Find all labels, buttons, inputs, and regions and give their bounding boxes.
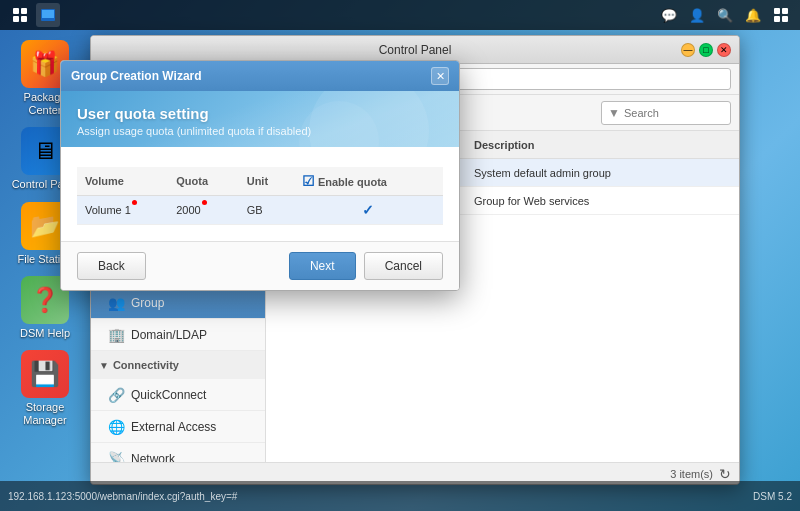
sidebar-item-domain-ldap[interactable]: 🏢 Domain/LDAP [91, 319, 265, 351]
col-header-enable: ☑ Enable quota [294, 167, 443, 196]
modal-header: User quota setting Assign usage quota (u… [61, 91, 459, 147]
svg-rect-1 [21, 8, 27, 14]
svg-rect-5 [42, 10, 54, 18]
sidebar-item-quickconnect-label: QuickConnect [131, 388, 206, 402]
storage-manager-label: StorageManager [23, 401, 66, 427]
back-button[interactable]: Back [77, 252, 146, 280]
window-controls: — □ ✕ [681, 43, 731, 57]
sidebar-section-connectivity[interactable]: ▼ Connectivity [91, 351, 265, 379]
modal-title: Group Creation Wizard [71, 69, 202, 83]
sidebar-item-domain-label: Domain/LDAP [131, 328, 207, 342]
group-creation-wizard-modal: Group Creation Wizard ✕ User quota setti… [60, 60, 460, 291]
domain-icon: 🏢 [107, 326, 125, 344]
filter-icon: ▼ [608, 106, 620, 120]
icon-storage-manager[interactable]: 💾 StorageManager [10, 350, 80, 427]
control-panel-taskbar-btn[interactable] [36, 3, 60, 27]
row-desc-administrators: System default admin group [474, 167, 731, 179]
enable-quota-label: Enable quota [318, 176, 387, 188]
modal-footer-right: Next Cancel [289, 252, 443, 280]
desktop: 💬 👤 🔍 🔔 🎁 PackageCenter 🖥 [0, 0, 800, 511]
notifications-icon[interactable]: 🔔 [742, 4, 764, 26]
svg-rect-7 [782, 8, 788, 14]
enable-quota-checkbox[interactable]: ☑ [302, 173, 315, 189]
grid-icon[interactable] [770, 4, 792, 26]
enabled-checkmark: ✓ [362, 202, 374, 218]
svg-rect-6 [774, 8, 780, 14]
search-icon[interactable]: 🔍 [714, 4, 736, 26]
unit-cell: GB [239, 196, 294, 225]
address-url: 192.168.1.123:5000/webman/index.cgi?auth… [8, 491, 237, 502]
sidebar-item-group-label: Group [131, 296, 164, 310]
taskbar-bottom: 192.168.1.123:5000/webman/index.cgi?auth… [0, 481, 800, 511]
refresh-button[interactable]: ↻ [719, 466, 731, 482]
minimize-button[interactable]: — [681, 43, 695, 57]
sidebar-item-network[interactable]: 📡 Network [91, 443, 265, 462]
svg-rect-2 [13, 16, 19, 22]
modal-titlebar: Group Creation Wizard ✕ [61, 61, 459, 91]
enabled-cell: ✓ [294, 196, 443, 225]
sidebar-item-external-access[interactable]: 🌐 External Access [91, 411, 265, 443]
col-header-quota: Quota [168, 167, 238, 196]
sidebar-item-network-label: Network [131, 452, 175, 463]
svg-rect-3 [21, 16, 27, 22]
network-icon: 📡 [107, 450, 125, 463]
chat-icon[interactable]: 💬 [658, 4, 680, 26]
svg-rect-9 [782, 16, 788, 22]
quota-cell[interactable]: 2000 [168, 196, 238, 225]
collapse-arrow-connectivity: ▼ [99, 360, 109, 371]
svg-rect-0 [13, 8, 19, 14]
user-icon[interactable]: 👤 [686, 4, 708, 26]
sidebar-item-external-access-label: External Access [131, 420, 216, 434]
dsm-help-label: DSM Help [20, 327, 70, 340]
quota-table-row: Volume 1 2000 GB ✓ [77, 196, 443, 225]
modal-header-title: User quota setting [77, 105, 443, 122]
taskbar-left [8, 3, 60, 27]
svg-rect-8 [774, 16, 780, 22]
modal-header-subtitle: Assign usage quota (unlimited quota if d… [77, 125, 443, 137]
col-header-volume: Volume [77, 167, 168, 196]
storage-manager-image: 💾 [21, 350, 69, 398]
taskbar-right: 💬 👤 🔍 🔔 [658, 4, 792, 26]
modal-body: Volume Quota Unit ☑ Enable quota Volume … [61, 147, 459, 241]
col-header-description: Description [474, 139, 731, 151]
quickconnect-icon: 🔗 [107, 386, 125, 404]
external-access-icon: 🌐 [107, 418, 125, 436]
taskbar-bottom-right: DSM 5.2 [753, 491, 792, 502]
modal-close-button[interactable]: ✕ [431, 67, 449, 85]
window-title: Control Panel [149, 43, 681, 57]
group-icon: 👥 [107, 294, 125, 312]
dsm-version: DSM 5.2 [753, 491, 792, 502]
sidebar-item-quickconnect[interactable]: 🔗 QuickConnect [91, 379, 265, 411]
item-count: 3 item(s) [670, 468, 713, 480]
cancel-button[interactable]: Cancel [364, 252, 443, 280]
next-button[interactable]: Next [289, 252, 356, 280]
toolbar-search[interactable]: ▼ [601, 101, 731, 125]
col-header-unit: Unit [239, 167, 294, 196]
taskbar-top: 💬 👤 🔍 🔔 [0, 0, 800, 30]
quota-value: 2000 [176, 204, 200, 216]
maximize-button[interactable]: □ [699, 43, 713, 57]
volume-cell: Volume 1 [77, 196, 168, 225]
start-menu-button[interactable] [8, 3, 32, 27]
volume-value: Volume 1 [85, 204, 131, 216]
modal-footer: Back Next Cancel [61, 241, 459, 290]
row-desc-http: Group for Web services [474, 195, 731, 207]
sidebar-item-group[interactable]: 👥 Group [91, 287, 265, 319]
search-input[interactable] [624, 107, 724, 119]
sidebar-section-connectivity-label: Connectivity [113, 359, 179, 371]
quota-table: Volume Quota Unit ☑ Enable quota Volume … [77, 167, 443, 225]
close-button[interactable]: ✕ [717, 43, 731, 57]
